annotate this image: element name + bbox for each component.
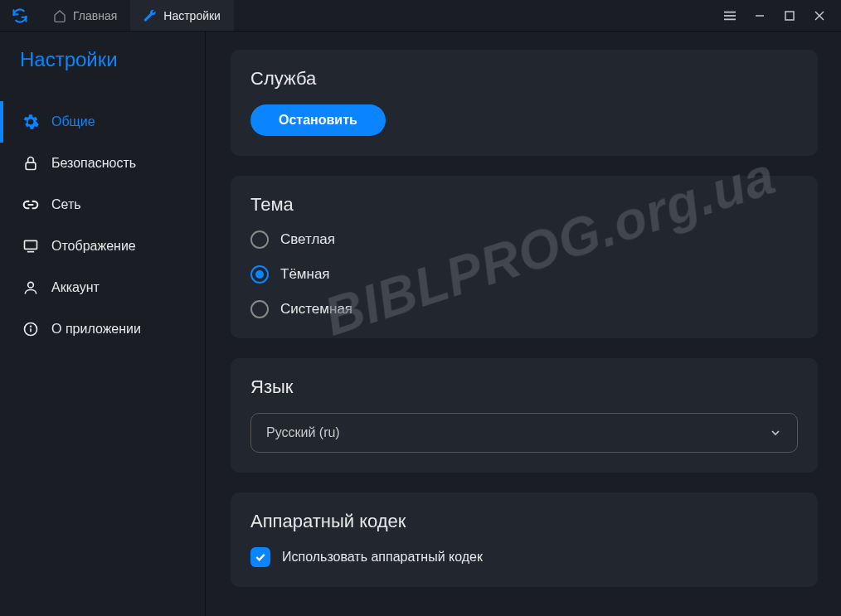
menu-button[interactable] [718,4,741,27]
svg-point-13 [31,326,32,327]
language-selected-value: Русский (ru) [266,425,340,440]
maximize-button[interactable] [778,4,801,27]
chevron-down-icon [769,426,782,439]
codec-checkbox-row[interactable]: Использовать аппаратный кодек [250,547,798,567]
page-title: Настройки [0,48,205,101]
theme-title: Тема [250,194,798,216]
svg-rect-0 [724,11,736,12]
gear-icon [22,113,40,131]
sidebar-item-label: Сеть [51,197,81,212]
svg-rect-1 [724,15,736,17]
svg-rect-8 [25,240,37,249]
link-icon [22,196,40,214]
lock-icon [22,154,40,172]
radio-icon [250,300,269,318]
theme-card: Тема Светлая Тёмная Системная [231,176,818,338]
app-logo-icon [0,0,40,31]
sidebar-item-label: Отображение [51,239,136,254]
close-button[interactable] [808,4,831,27]
monitor-icon [22,237,40,255]
sidebar-item-network[interactable]: Сеть [0,184,205,226]
radio-label: Светлая [280,231,335,248]
tab-home-label: Главная [73,9,117,22]
language-card: Язык Русский (ru) [231,358,818,473]
service-title: Служба [250,68,798,90]
tab-home[interactable]: Главная [40,0,130,31]
radio-label: Системная [280,301,352,318]
svg-rect-2 [724,18,736,20]
codec-checkbox-label: Использовать аппаратный кодек [282,550,483,565]
minimize-button[interactable] [748,4,771,27]
sidebar-item-general[interactable]: Общие [0,101,205,143]
main-content: Служба Остановить Тема Светлая Тёмная Си… [206,32,841,616]
service-card: Служба Остановить [231,50,818,156]
theme-radio-dark[interactable]: Тёмная [250,265,798,284]
svg-rect-4 [785,12,794,20]
sidebar-item-label: О приложении [51,322,141,337]
checkbox-icon [250,547,270,567]
sidebar-item-label: Безопасность [51,156,136,171]
sidebar-item-security[interactable]: Безопасность [0,143,205,184]
sidebar-item-account[interactable]: Аккаунт [0,267,205,308]
radio-icon [250,265,269,284]
tab-settings[interactable]: Настройки [130,0,234,31]
tab-settings-label: Настройки [163,9,221,22]
language-title: Язык [250,376,798,398]
info-icon [22,320,40,338]
theme-radio-system[interactable]: Системная [250,300,798,318]
radio-label: Тёмная [280,266,330,283]
window-controls [708,0,841,31]
radio-icon [250,230,269,249]
sidebar-item-display[interactable]: Отображение [0,226,205,267]
user-icon [22,279,40,297]
stop-service-button[interactable]: Остановить [250,104,386,136]
codec-title: Аппаратный кодек [250,511,798,532]
sidebar-item-label: Аккаунт [51,280,100,295]
theme-radio-light[interactable]: Светлая [250,230,798,249]
language-select[interactable]: Русский (ru) [250,413,798,453]
home-icon [53,9,66,22]
sidebar-item-about[interactable]: О приложении [0,308,205,350]
wrench-icon [143,9,157,22]
titlebar: Главная Настройки [0,0,841,32]
svg-rect-7 [26,162,36,169]
sidebar: Настройки Общие Безопасность Сеть Отобра… [0,32,206,616]
sidebar-item-label: Общие [51,114,95,129]
svg-point-10 [28,282,34,288]
codec-card: Аппаратный кодек Использовать аппаратный… [231,492,818,587]
